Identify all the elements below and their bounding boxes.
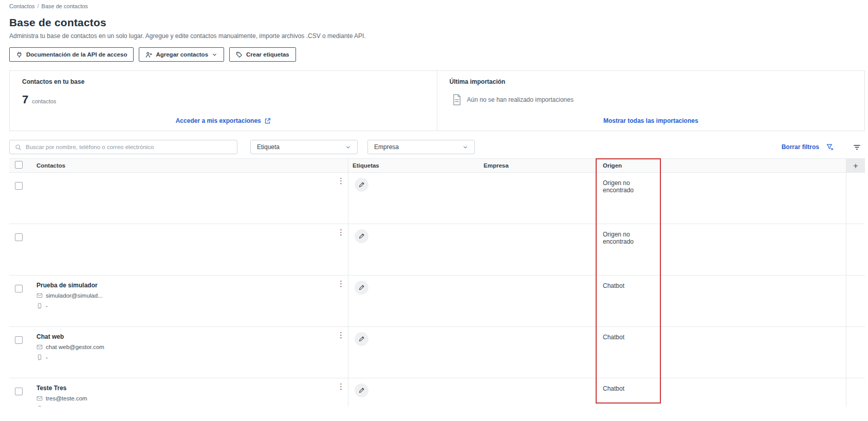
contacts-table: Contactos Etiquetas Empresa Origen +: [9, 158, 865, 407]
envelope-icon: [36, 395, 43, 401]
import-empty-state: Aún no se han realizado importaciones: [452, 94, 853, 106]
contact-email-value: tres@teste.com: [46, 395, 87, 402]
export-icon: [264, 118, 271, 124]
select-all-checkbox[interactable]: [15, 161, 23, 169]
table-body: ⋮ Origen no encontrado: [9, 173, 865, 407]
last-import-title: Última importación: [450, 78, 853, 85]
chevron-down-icon: [212, 52, 217, 58]
contact-email-value: chat web@gestor.com: [46, 343, 104, 351]
table-row: Chat web chat web@gestor.com - ⋮ Chatbot: [9, 327, 865, 378]
contact-phone: -: [36, 354, 348, 361]
edit-tags-button[interactable]: [355, 281, 368, 295]
tag-filter-select[interactable]: Etiqueta: [250, 140, 358, 154]
tag-icon: [236, 51, 243, 58]
contacts-summary-title: Contactos en tu base: [22, 78, 424, 85]
breadcrumb-contactos[interactable]: Contactos: [9, 3, 35, 9]
pencil-icon: [358, 284, 365, 291]
contact-email: chat web@gestor.com: [36, 343, 348, 351]
company-cell: [478, 378, 597, 407]
add-column-button[interactable]: +: [846, 159, 865, 172]
add-contacts-button[interactable]: Agregar contactos: [139, 47, 224, 62]
envelope-icon: [36, 292, 43, 299]
table-row: Teste Tres tres@teste.com - ⋮ Chatbot: [9, 378, 865, 407]
origin-value: Chatbot: [597, 327, 624, 341]
table-row: Prueba de simulador simulador@simulad...…: [9, 276, 865, 327]
column-header-empresa: Empresa: [478, 158, 597, 173]
mobile-phone-icon: [36, 406, 43, 407]
row-menu-button[interactable]: ⋮: [337, 177, 345, 185]
company-filter-label: Empresa: [374, 143, 399, 151]
contact-info: Prueba de simulador simulador@simulad...…: [33, 276, 348, 309]
action-buttons: Documentación de la API de acceso Agrega…: [9, 47, 865, 62]
contact-info: [33, 173, 348, 179]
table-row: ⋮ Origen no encontrado: [9, 224, 865, 276]
row-checkbox[interactable]: [15, 285, 23, 292]
api-plug-icon: [16, 51, 23, 58]
contact-phone-value: -: [46, 405, 48, 407]
column-header-etiquetas: Etiquetas: [348, 158, 478, 173]
pencil-icon: [358, 336, 365, 342]
chevron-down-icon: [463, 144, 468, 150]
api-docs-label: Documentación de la API de acceso: [26, 51, 127, 58]
origin-value: Chatbot: [597, 378, 624, 392]
document-icon: [452, 94, 462, 106]
contacts-count-label: contactos: [32, 98, 56, 104]
company-cell: [478, 224, 597, 275]
row-menu-button[interactable]: ⋮: [337, 280, 345, 287]
filter-settings-icon[interactable]: [853, 143, 861, 151]
row-checkbox[interactable]: [15, 336, 23, 344]
stats-card: Contactos en tu base 7 contactos Acceder…: [9, 70, 865, 131]
pencil-icon: [358, 233, 365, 240]
company-cell: [478, 276, 597, 326]
import-empty-message: Aún no se han realizado importaciones: [467, 96, 574, 103]
exports-link[interactable]: Acceder a mis exportaciones: [176, 117, 271, 124]
contacts-summary-card: Contactos en tu base 7 contactos Acceder…: [10, 71, 437, 131]
row-checkbox[interactable]: [15, 233, 23, 241]
clear-filters-label: Borrar filtros: [782, 143, 819, 151]
row-menu-button[interactable]: ⋮: [337, 382, 345, 390]
edit-tags-button[interactable]: [355, 383, 368, 397]
add-contacts-label: Agregar contactos: [156, 51, 208, 58]
contact-info: Chat web chat web@gestor.com -: [33, 327, 348, 361]
pencil-icon: [358, 387, 365, 394]
contact-email: simulador@simulad...: [36, 292, 348, 299]
company-filter-select[interactable]: Empresa: [367, 140, 475, 154]
contact-name: Chat web: [36, 333, 348, 340]
company-cell: [478, 327, 597, 378]
search-box: [9, 140, 237, 154]
table-header: Contactos Etiquetas Empresa Origen +: [9, 158, 865, 173]
row-checkbox[interactable]: [15, 182, 23, 190]
filter-clear-icon: [826, 143, 834, 151]
contact-email: tres@teste.com: [36, 395, 348, 402]
mobile-phone-icon: [36, 303, 43, 309]
row-menu-button[interactable]: ⋮: [337, 331, 345, 339]
origin-value: Origen no encontrado: [597, 224, 661, 245]
company-cell: [478, 173, 597, 224]
clear-filters-link[interactable]: Borrar filtros: [782, 143, 834, 151]
contacts-page: Contactos/Base de contactos Base de cont…: [0, 0, 868, 421]
contact-phone-value: -: [46, 354, 48, 361]
edit-tags-button[interactable]: [355, 332, 368, 346]
breadcrumb: Contactos/Base de contactos: [9, 3, 868, 10]
breadcrumb-separator: /: [38, 3, 39, 9]
edit-tags-button[interactable]: [355, 229, 368, 243]
contact-name: Prueba de simulador: [36, 282, 348, 289]
contact-phone: -: [36, 302, 348, 309]
search-icon: [15, 144, 22, 151]
contacts-count-row: 7 contactos: [22, 93, 424, 106]
origin-value: Origen no encontrado: [597, 173, 661, 194]
contact-info: [33, 224, 348, 230]
last-import-card: Última importación Aún no se han realiza…: [437, 71, 865, 131]
api-docs-button[interactable]: Documentación de la API de acceso: [9, 47, 134, 62]
create-tags-label: Crear etiquetas: [246, 51, 289, 58]
create-tags-button[interactable]: Crear etiquetas: [229, 47, 296, 62]
show-imports-link[interactable]: Mostrar todas las importaciones: [603, 117, 698, 124]
column-header-origen: Origen: [597, 158, 661, 173]
row-menu-button[interactable]: ⋮: [337, 228, 345, 236]
contact-info: Teste Tres tres@teste.com -: [33, 378, 348, 407]
edit-tags-button[interactable]: [355, 178, 368, 192]
page-title: Base de contactos: [9, 16, 868, 29]
filter-bar: Etiqueta Empresa Borrar filtros: [9, 140, 865, 154]
row-checkbox[interactable]: [15, 388, 23, 395]
search-input[interactable]: [26, 144, 232, 150]
